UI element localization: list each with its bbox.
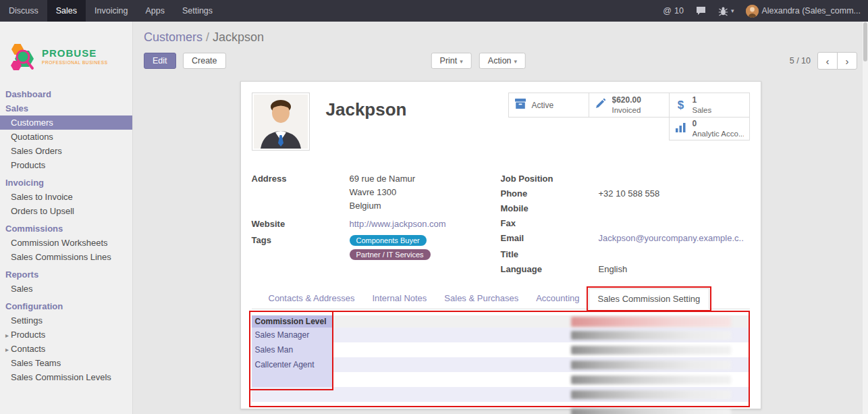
invoiced-label: Invoiced [612, 105, 641, 115]
menu-sales[interactable]: Sales [47, 0, 86, 22]
sidebar-heading-configuration[interactable]: Configuration [0, 299, 132, 313]
mention-icon: @ [663, 6, 672, 16]
sidebar-item-sales-commissions-lines[interactable]: Sales Commissions Lines [0, 250, 132, 264]
table-row-empty[interactable] [252, 372, 750, 387]
sidebar-item-customers[interactable]: Customers [0, 115, 132, 130]
mentions-button[interactable]: @ 10 [657, 0, 690, 22]
tag-partner-it-services[interactable]: Partner / IT Services [350, 249, 431, 260]
breadcrumb-current: Jackpson [213, 30, 264, 44]
menu-invoicing[interactable]: Invoicing [86, 0, 136, 22]
sidebar-heading-sales[interactable]: Sales [0, 101, 132, 115]
menu-settings[interactable]: Settings [173, 0, 221, 22]
menu-apps[interactable]: Apps [136, 0, 173, 22]
table-row-callcenter-agent[interactable]: Callcenter Agent [252, 357, 750, 372]
sidebar-heading-dashboard[interactable]: Dashboard [0, 87, 132, 101]
debug-menu-button[interactable]: ▾ [712, 0, 740, 22]
sidebar-item-sales-to-invoice[interactable]: Sales to Invoice [0, 190, 132, 204]
fax-label: Fax [501, 218, 599, 230]
user-menu[interactable]: Alexandra (Sales_comm... [740, 0, 867, 22]
table-row-empty[interactable] [252, 387, 750, 402]
window-scrollbar[interactable] [863, 22, 868, 414]
pager-previous-button[interactable]: ‹ [817, 52, 838, 70]
website-link[interactable]: http://www.jackpson.com [350, 219, 446, 230]
sidebar-heading-commissions[interactable]: Commissions [0, 222, 132, 236]
tab-sales-purchases[interactable]: Sales & Purchases [435, 288, 527, 309]
redacted-cell-content [571, 331, 731, 340]
breadcrumb: Customers/Jackpson [144, 30, 857, 45]
expand-arrow-icon: ▸ [5, 346, 9, 353]
print-button[interactable]: Print▾ [431, 53, 472, 69]
tab-contacts-addresses[interactable]: Contacts & Addresses [260, 288, 364, 309]
sidebar-item-sales-commission-levels[interactable]: Sales Commission Levels [0, 370, 132, 384]
analytic-count-label: Analytic Acco... [693, 129, 744, 138]
archive-icon [514, 98, 526, 109]
pager: 5 / 10 ‹ › [790, 52, 857, 70]
language-value: English [599, 264, 628, 276]
chevron-left-icon: ‹ [826, 55, 830, 67]
breadcrumb-customers[interactable]: Customers [144, 30, 202, 44]
breadcrumb-separator: / [206, 30, 209, 44]
sidebar-item-orders-to-upsell[interactable]: Orders to Upsell [0, 204, 132, 218]
messages-button[interactable] [690, 0, 712, 22]
sidebar-heading-reports[interactable]: Reports [0, 267, 132, 282]
table-footer-row [252, 409, 750, 414]
redacted-cell-content [571, 390, 731, 399]
commission-level-cell: Sales Manager [252, 328, 333, 342]
tab-internal-notes[interactable]: Internal Notes [363, 288, 435, 309]
table-row-sales-man[interactable]: Sales Man [252, 342, 750, 357]
email-label: Email [501, 233, 599, 244]
redacted-cell-content [571, 376, 731, 384]
redacted-cell-content [571, 361, 731, 369]
tab-sales-commission-setting[interactable]: Sales Commission Setting [589, 288, 710, 309]
caret-down-icon: ▾ [460, 58, 463, 65]
customer-photo[interactable] [252, 93, 310, 151]
tab-accounting[interactable]: Accounting [527, 288, 588, 309]
job-position-label: Job Position [501, 174, 599, 185]
action-button[interactable]: Action▾ [479, 53, 526, 69]
probuse-logo-icon [7, 38, 38, 74]
sidebar-item-config-products[interactable]: ▸Products [0, 328, 132, 342]
phone-value: +32 10 588 558 [599, 188, 660, 200]
sales-stat-button[interactable]: $ 1 Sales [669, 93, 750, 118]
edit-button[interactable]: Edit [144, 53, 176, 69]
table-header-row: Commission Level [252, 315, 750, 328]
scrollbar-thumb[interactable] [863, 22, 867, 61]
active-stat-button[interactable]: Active [508, 93, 589, 118]
address-value: 69 rue de Namur Wavre 1300 Belgium [350, 174, 416, 214]
table-row-sales-manager[interactable]: Sales Manager [252, 328, 750, 342]
top-right-tools: @ 10 ▾ Alexandra (Sales [657, 0, 868, 22]
control-panel: Customers/Jackpson Edit Create Print▾ Ac… [133, 22, 868, 81]
sidebar-heading-invoicing[interactable]: Invoicing [0, 176, 132, 190]
sidebar-item-sales-orders[interactable]: Sales Orders [0, 144, 132, 158]
menu-discuss[interactable]: Discuss [0, 0, 47, 22]
analytic-stat-button[interactable]: 0 Analytic Acco... [669, 117, 750, 140]
redacted-footer-content [571, 409, 731, 414]
record-sheet: Jackpson Active [240, 81, 761, 409]
sidebar-item-config-contacts[interactable]: ▸Contacts [0, 342, 132, 356]
fields-right-column: Job Position Phone +32 10 588 558 Mobile… [501, 174, 750, 279]
top-menu: Discuss Sales Invoicing Apps Settings [0, 0, 221, 22]
stat-buttons: Active $620.00 Invoiced $ [509, 93, 750, 140]
sales-count-label: Sales [693, 105, 712, 115]
tag-components-buyer[interactable]: Components Buyer [350, 235, 427, 246]
commission-level-cell: Callcenter Agent [252, 357, 333, 372]
caret-down-icon: ▾ [514, 58, 518, 65]
column-header-commission-level[interactable]: Commission Level [252, 315, 333, 328]
sidebar-item-quotations[interactable]: Quotations [0, 130, 132, 144]
sidebar-item-label: Contacts [11, 344, 45, 354]
analytic-count-value: 0 [693, 119, 744, 129]
redacted-header-content [571, 317, 731, 327]
sidebar-item-settings[interactable]: Settings [0, 313, 132, 328]
pager-next-button[interactable]: › [837, 52, 857, 70]
create-button[interactable]: Create [183, 53, 226, 69]
sidebar-item-products[interactable]: Products [0, 158, 132, 172]
tags-label: Tags [252, 235, 350, 263]
email-link[interactable]: Jackpson@yourcompany.example.c.. [599, 233, 744, 244]
invoiced-stat-button[interactable]: $620.00 Invoiced [589, 93, 670, 118]
top-navbar: Discuss Sales Invoicing Apps Settings @ … [0, 0, 868, 22]
main-content: Customers/Jackpson Edit Create Print▾ Ac… [133, 22, 868, 414]
sidebar-item-commission-worksheets[interactable]: Commission Worksheets [0, 236, 132, 250]
pager-counter: 5 / 10 [790, 56, 811, 66]
sidebar-item-reports-sales[interactable]: Sales [0, 282, 132, 296]
sidebar-item-sales-teams[interactable]: Sales Teams [0, 356, 132, 370]
